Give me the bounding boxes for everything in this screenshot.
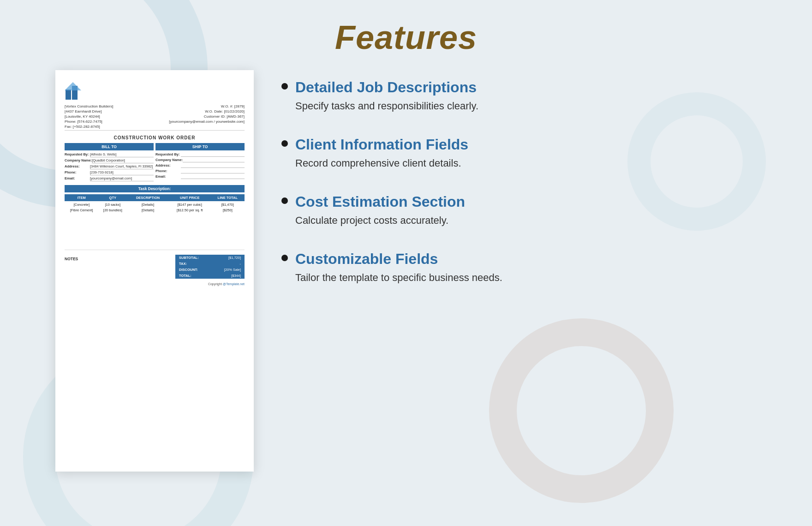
bill-field-label: Company Name: [65, 158, 92, 162]
total-value: - [240, 262, 241, 266]
ship-field-label: Email: [155, 174, 181, 179]
feature-item-1: Client Information FieldsRecord comprehe… [281, 137, 757, 171]
feature-item-3: Customizable FieldsTailor the template t… [281, 251, 757, 285]
doc-copyright-link[interactable]: @Template.net [223, 282, 245, 286]
doc-totals: SUBTOTAL:[$1,720]TAX:-DISCOUNT:[20% Sale… [175, 255, 245, 279]
ship-field-row: Requested By: [155, 152, 245, 157]
ship-to-header: SHIP TO [155, 143, 245, 150]
total-label: DISCOUNT: [179, 268, 198, 272]
bill-field-label: Email: [65, 176, 90, 180]
bill-field-value: [Quadbit Corporation] [92, 158, 154, 163]
col-line-header: LINE TOTAL [211, 194, 245, 201]
ship-field-value [181, 163, 245, 168]
bill-field-label: Phone: [65, 170, 90, 174]
doc-item-row: [Concrete] [10 sacks] [Details] [$147 pe… [65, 202, 245, 207]
item-col-qty: [20 bundles] [98, 208, 127, 213]
feature-item-0: Detailed Job DescriptionsSpecify tasks a… [281, 79, 757, 114]
bill-field-value: [3484 Wilkinson Court, Naples, Fl 33982] [90, 164, 154, 169]
doc-task-header: Task Description: [65, 185, 245, 192]
ship-field-value [181, 152, 245, 157]
feature-desc-2: Calculate project costs accurately. [295, 214, 757, 228]
ship-field-label: Address: [155, 163, 181, 167]
bill-field-value: [yourcompany@email.com] [90, 176, 154, 181]
feature-title-3: Customizable Fields [295, 251, 757, 267]
total-value: [$344] [231, 274, 241, 278]
item-col-unit: [$12.50 per sq. ft [169, 208, 211, 213]
svg-marker-2 [65, 82, 81, 90]
doc-logo [65, 81, 245, 100]
col-desc-header: DESCRIPTION [127, 194, 169, 201]
doc-empty-rows [65, 213, 245, 250]
item-col-line: [$250] [211, 208, 245, 213]
feature-bullet [281, 140, 288, 147]
doc-fax-row: Fax: [+502-282-8745] [65, 125, 245, 129]
doc-divider-1 [65, 130, 245, 131]
doc-logo-icon [65, 81, 81, 100]
page-title: Features [335, 18, 477, 56]
ship-field-row: Company Name: [155, 158, 245, 162]
doc-phone-row: Phone: [574-622-7475] [yourcompany@email… [65, 120, 245, 124]
col-qty-header: QTY [98, 194, 127, 201]
feature-text-3: Customizable FieldsTailor the template t… [295, 251, 757, 285]
bill-field-row: Email:[yourcompany@email.com] [65, 176, 154, 181]
doc-bill-ship-headers: BILL TO SHIP TO [65, 143, 245, 150]
bill-field-label: Address: [65, 164, 90, 168]
col-item-header: ITEM [65, 194, 98, 201]
item-col-desc: [Details] [127, 208, 169, 213]
feature-bullet [281, 197, 288, 204]
item-col-item: [Concrete] [65, 202, 98, 207]
ship-field-label: Company Name: [155, 158, 183, 162]
doc-items-header: ITEM QTY DESCRIPTION UNIT PRICE LINE TOT… [65, 194, 245, 201]
doc-total-row: SUBTOTAL:[$1,720] [175, 255, 245, 261]
doc-item-row: [Fibre Cement] [20 bundles] [Details] [$… [65, 208, 245, 213]
page-container: Features [Vortex Construction Builders] … [0, 0, 812, 526]
doc-address1-row: [4437 Earnhardt Drive] W.O. Date: [01/22… [65, 109, 245, 114]
document-preview: [Vortex Construction Builders] W.O. #: [… [55, 70, 254, 472]
doc-items-body: [Concrete] [10 sacks] [Details] [$147 pe… [65, 202, 245, 213]
item-col-qty: [10 sacks] [98, 202, 127, 207]
doc-address2-row: [Louisville, KY 40244] Customer ID: [AWD… [65, 114, 245, 119]
ship-field-value [181, 169, 245, 173]
doc-total-row: TAX:- [175, 261, 245, 267]
feature-text-0: Detailed Job DescriptionsSpecify tasks a… [295, 79, 757, 114]
ship-field-row: Address: [155, 163, 245, 168]
feature-bullet [281, 83, 288, 90]
ship-field-label: Requested By: [155, 152, 181, 156]
total-value: [$1,720] [228, 256, 241, 260]
col-unit-header: UNIT PRICE [169, 194, 211, 201]
doc-bill-to-section: Requested By:[Alfredo S. Wells]Company N… [65, 152, 154, 182]
feature-text-2: Cost Estimation SectionCalculate project… [295, 194, 757, 228]
doc-bill-ship-body: Requested By:[Alfredo S. Wells]Company N… [65, 152, 245, 182]
ship-field-row: Phone: [155, 169, 245, 173]
feature-text-1: Client Information FieldsRecord comprehe… [295, 137, 757, 171]
bill-field-label: Requested By: [65, 152, 90, 156]
item-col-item: [Fibre Cement] [65, 208, 98, 213]
ship-field-label: Phone: [155, 169, 181, 173]
bill-field-row: Phone:[239-733-9218] [65, 170, 154, 175]
feature-desc-3: Tailor the template to specific business… [295, 271, 757, 285]
content-area: [Vortex Construction Builders] W.O. #: [… [0, 70, 812, 472]
feature-bullet [281, 255, 288, 261]
bill-field-row: Requested By:[Alfredo S. Wells] [65, 152, 154, 157]
doc-copyright: Copyright @Template.net [65, 282, 245, 286]
feature-title-0: Detailed Job Descriptions [295, 79, 757, 96]
total-label: TOTAL: [179, 274, 191, 278]
bill-to-header: BILL TO [65, 143, 154, 150]
bill-field-row: Address:[3484 Wilkinson Court, Naples, F… [65, 164, 154, 169]
total-value: [20% Sale] [224, 268, 241, 272]
ship-field-row: Email: [155, 174, 245, 179]
svg-rect-0 [66, 90, 71, 100]
bill-field-value: [239-733-9218] [90, 170, 154, 175]
feature-desc-1: Record comprehensive client details. [295, 156, 757, 171]
item-col-line: [$1,470] [211, 202, 245, 207]
item-col-desc: [Details] [127, 202, 169, 207]
bill-field-value: [Alfredo S. Wells] [90, 152, 154, 157]
total-label: TAX: [179, 262, 187, 266]
doc-company-name: [Vortex Construction Builders] W.O. #: [… [65, 104, 245, 108]
doc-bottom: NOTES SUBTOTAL:[$1,720]TAX:-DISCOUNT:[20… [65, 255, 245, 279]
feature-title-2: Cost Estimation Section [295, 194, 757, 210]
doc-notes-label: NOTES [65, 255, 78, 261]
feature-title-1: Client Information Fields [295, 137, 757, 153]
bill-field-row: Company Name:[Quadbit Corporation] [65, 158, 154, 163]
doc-total-row: TOTAL:[$344] [175, 273, 245, 279]
